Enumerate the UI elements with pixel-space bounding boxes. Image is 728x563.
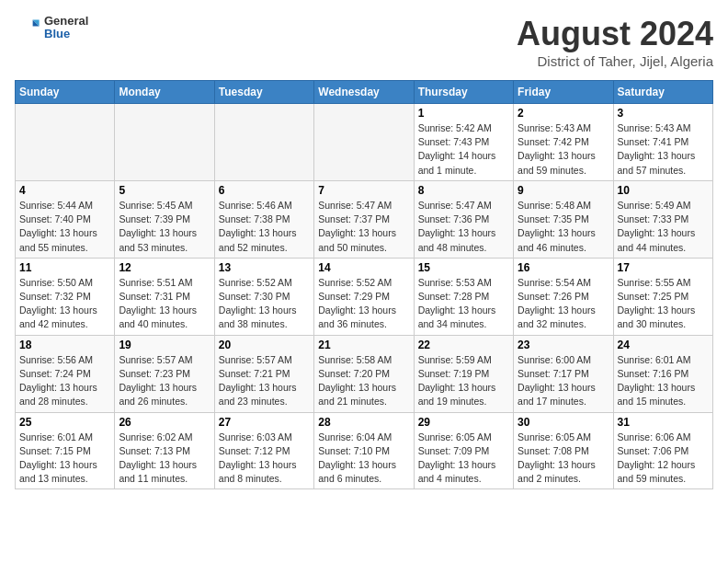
day-info: Sunrise: 5:52 AM Sunset: 7:29 PM Dayligh… <box>318 276 409 332</box>
calendar-day-cell: 23Sunrise: 6:00 AM Sunset: 7:17 PM Dayli… <box>514 335 613 412</box>
day-info: Sunrise: 6:00 AM Sunset: 7:17 PM Dayligh… <box>518 353 609 409</box>
calendar-day-cell <box>16 104 115 181</box>
calendar-day-cell: 24Sunrise: 6:01 AM Sunset: 7:16 PM Dayli… <box>613 335 712 412</box>
day-info: Sunrise: 5:42 AM Sunset: 7:43 PM Dayligh… <box>418 121 509 178</box>
day-number: 18 <box>19 339 110 351</box>
calendar-day-cell: 1Sunrise: 5:42 AM Sunset: 7:43 PM Daylig… <box>414 104 513 181</box>
day-number: 1 <box>418 107 509 120</box>
day-info: Sunrise: 5:51 AM Sunset: 7:31 PM Dayligh… <box>119 276 210 332</box>
title-area: August 2024 District of Taher, Jijel, Al… <box>517 15 713 69</box>
day-number: 28 <box>318 416 409 429</box>
day-info: Sunrise: 6:02 AM Sunset: 7:13 PM Dayligh… <box>119 431 210 487</box>
day-info: Sunrise: 5:57 AM Sunset: 7:21 PM Dayligh… <box>219 353 310 409</box>
calendar-day-cell: 13Sunrise: 5:52 AM Sunset: 7:30 PM Dayli… <box>214 258 313 335</box>
calendar-day-cell: 20Sunrise: 5:57 AM Sunset: 7:21 PM Dayli… <box>214 335 313 412</box>
day-info: Sunrise: 6:05 AM Sunset: 7:08 PM Dayligh… <box>518 431 609 487</box>
day-info: Sunrise: 5:49 AM Sunset: 7:33 PM Dayligh… <box>618 199 709 255</box>
day-info: Sunrise: 5:44 AM Sunset: 7:40 PM Dayligh… <box>19 199 110 255</box>
location-subtitle: District of Taher, Jijel, Algeria <box>517 53 713 69</box>
day-info: Sunrise: 5:57 AM Sunset: 7:23 PM Dayligh… <box>119 353 210 409</box>
calendar-day-cell: 14Sunrise: 5:52 AM Sunset: 7:29 PM Dayli… <box>314 258 414 335</box>
day-number: 29 <box>418 416 509 429</box>
day-number: 6 <box>219 184 310 197</box>
day-of-week-header: Friday <box>514 81 613 104</box>
day-info: Sunrise: 6:06 AM Sunset: 7:06 PM Dayligh… <box>618 431 709 487</box>
day-number: 8 <box>418 184 509 197</box>
calendar-day-cell <box>214 104 313 181</box>
day-number: 14 <box>318 261 409 274</box>
day-info: Sunrise: 5:50 AM Sunset: 7:32 PM Dayligh… <box>19 276 110 332</box>
day-number: 2 <box>518 107 609 120</box>
logo-text: General Blue <box>44 15 88 41</box>
calendar-day-cell: 3Sunrise: 5:43 AM Sunset: 7:41 PM Daylig… <box>613 104 712 181</box>
calendar-day-cell: 12Sunrise: 5:51 AM Sunset: 7:31 PM Dayli… <box>115 258 214 335</box>
day-of-week-header: Tuesday <box>214 81 313 104</box>
day-number: 9 <box>518 184 609 197</box>
day-number: 25 <box>19 416 110 429</box>
day-info: Sunrise: 5:47 AM Sunset: 7:37 PM Dayligh… <box>318 199 409 255</box>
day-info: Sunrise: 5:45 AM Sunset: 7:39 PM Dayligh… <box>119 199 210 255</box>
day-info: Sunrise: 5:54 AM Sunset: 7:26 PM Dayligh… <box>518 276 609 332</box>
day-number: 21 <box>318 339 409 351</box>
day-info: Sunrise: 5:47 AM Sunset: 7:36 PM Dayligh… <box>418 199 509 255</box>
day-number: 30 <box>518 416 609 429</box>
calendar-day-cell: 30Sunrise: 6:05 AM Sunset: 7:08 PM Dayli… <box>514 412 613 489</box>
day-number: 13 <box>219 261 310 274</box>
calendar-day-cell: 21Sunrise: 5:58 AM Sunset: 7:20 PM Dayli… <box>314 335 414 412</box>
calendar-day-cell: 27Sunrise: 6:03 AM Sunset: 7:12 PM Dayli… <box>214 412 313 489</box>
logo-general-text: General <box>44 15 88 28</box>
day-number: 3 <box>618 107 709 120</box>
calendar-day-cell: 29Sunrise: 6:05 AM Sunset: 7:09 PM Dayli… <box>414 412 513 489</box>
calendar-week-row: 4Sunrise: 5:44 AM Sunset: 7:40 PM Daylig… <box>16 180 713 258</box>
day-number: 10 <box>618 184 709 197</box>
day-number: 24 <box>618 339 709 351</box>
calendar-day-cell <box>115 104 214 181</box>
calendar-week-row: 11Sunrise: 5:50 AM Sunset: 7:32 PM Dayli… <box>16 258 713 335</box>
calendar-week-row: 1Sunrise: 5:42 AM Sunset: 7:43 PM Daylig… <box>16 104 713 181</box>
day-of-week-header: Wednesday <box>314 81 414 104</box>
day-number: 26 <box>119 416 210 429</box>
day-number: 4 <box>19 184 110 197</box>
day-info: Sunrise: 6:01 AM Sunset: 7:16 PM Dayligh… <box>618 353 709 409</box>
day-info: Sunrise: 6:01 AM Sunset: 7:15 PM Dayligh… <box>19 431 110 487</box>
day-number: 7 <box>318 184 409 197</box>
calendar-day-cell: 18Sunrise: 5:56 AM Sunset: 7:24 PM Dayli… <box>16 335 115 412</box>
calendar-day-cell: 11Sunrise: 5:50 AM Sunset: 7:32 PM Dayli… <box>16 258 115 335</box>
calendar-day-cell: 4Sunrise: 5:44 AM Sunset: 7:40 PM Daylig… <box>16 180 115 258</box>
calendar-day-cell: 16Sunrise: 5:54 AM Sunset: 7:26 PM Dayli… <box>514 258 613 335</box>
calendar-day-cell: 6Sunrise: 5:46 AM Sunset: 7:38 PM Daylig… <box>214 180 313 258</box>
calendar-day-cell: 5Sunrise: 5:45 AM Sunset: 7:39 PM Daylig… <box>115 180 214 258</box>
calendar-day-cell: 28Sunrise: 6:04 AM Sunset: 7:10 PM Dayli… <box>314 412 414 489</box>
day-number: 17 <box>618 261 709 274</box>
calendar-day-cell: 10Sunrise: 5:49 AM Sunset: 7:33 PM Dayli… <box>613 180 712 258</box>
day-of-week-header: Sunday <box>16 81 115 104</box>
day-info: Sunrise: 5:55 AM Sunset: 7:25 PM Dayligh… <box>618 276 709 332</box>
day-of-week-header: Saturday <box>613 81 712 104</box>
calendar-day-cell: 7Sunrise: 5:47 AM Sunset: 7:37 PM Daylig… <box>314 180 414 258</box>
day-number: 23 <box>518 339 609 351</box>
day-number: 20 <box>219 339 310 351</box>
day-info: Sunrise: 5:52 AM Sunset: 7:30 PM Dayligh… <box>219 276 310 332</box>
calendar-table: SundayMondayTuesdayWednesdayThursdayFrid… <box>15 80 713 489</box>
day-info: Sunrise: 6:04 AM Sunset: 7:10 PM Dayligh… <box>318 431 409 487</box>
logo: General Blue <box>15 15 88 41</box>
day-of-week-header: Monday <box>115 81 214 104</box>
calendar-day-cell <box>314 104 414 181</box>
calendar-day-cell: 15Sunrise: 5:53 AM Sunset: 7:28 PM Dayli… <box>414 258 513 335</box>
day-number: 12 <box>119 261 210 274</box>
month-year-title: August 2024 <box>517 15 713 53</box>
calendar-day-cell: 17Sunrise: 5:55 AM Sunset: 7:25 PM Dayli… <box>613 258 712 335</box>
day-of-week-header: Thursday <box>414 81 513 104</box>
logo-icon <box>15 15 40 40</box>
day-info: Sunrise: 5:48 AM Sunset: 7:35 PM Dayligh… <box>518 199 609 255</box>
calendar-day-cell: 19Sunrise: 5:57 AM Sunset: 7:23 PM Dayli… <box>115 335 214 412</box>
day-info: Sunrise: 5:43 AM Sunset: 7:41 PM Dayligh… <box>618 121 709 178</box>
calendar-day-cell: 22Sunrise: 5:59 AM Sunset: 7:19 PM Dayli… <box>414 335 513 412</box>
header: General Blue August 2024 District of Tah… <box>15 15 713 69</box>
calendar-week-row: 18Sunrise: 5:56 AM Sunset: 7:24 PM Dayli… <box>16 335 713 412</box>
day-number: 31 <box>618 416 709 429</box>
calendar-header-row: SundayMondayTuesdayWednesdayThursdayFrid… <box>16 81 713 104</box>
day-info: Sunrise: 6:05 AM Sunset: 7:09 PM Dayligh… <box>418 431 509 487</box>
day-number: 19 <box>119 339 210 351</box>
day-info: Sunrise: 5:58 AM Sunset: 7:20 PM Dayligh… <box>318 353 409 409</box>
